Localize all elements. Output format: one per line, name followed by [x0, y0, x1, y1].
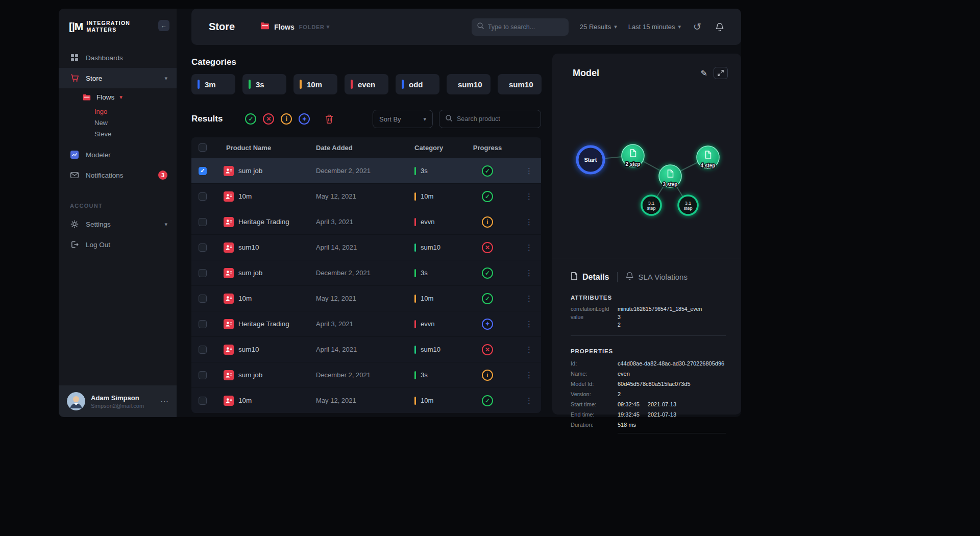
- attribute-label: [571, 322, 616, 328]
- row-checkbox[interactable]: [199, 167, 207, 175]
- row-menu-button[interactable]: [525, 192, 533, 201]
- sidebar-item-ingo[interactable]: Ingo: [59, 106, 177, 117]
- table-row[interactable]: sum jobDecember 2, 20213s✓: [191, 260, 541, 285]
- main-content: Categories 3m3s10mevenoddsum10sum10 Resu…: [191, 45, 541, 413]
- row-menu-button[interactable]: [525, 269, 533, 278]
- dashboards-grid-icon: [70, 54, 79, 61]
- category-chip[interactable]: 3s: [242, 74, 286, 94]
- row-menu-cell: [509, 371, 541, 380]
- category-chip[interactable]: 10m: [293, 74, 337, 94]
- sidebar-item-notifications[interactable]: Notifications 3: [59, 165, 177, 185]
- row-checkbox[interactable]: [199, 295, 207, 303]
- edit-pencil-icon[interactable]: [701, 68, 707, 78]
- sidebar-item-logout[interactable]: Log Out: [59, 234, 177, 255]
- time-range-dropdown[interactable]: Last 15 minutes: [628, 23, 681, 31]
- category-color-bar: [414, 167, 416, 175]
- table-row[interactable]: Heritage TradingApril 3, 2021evvni: [191, 209, 541, 234]
- svg-text:Start: Start: [584, 157, 597, 163]
- row-menu-button[interactable]: [525, 345, 533, 354]
- checkbox-cell: [191, 269, 214, 277]
- sidebar-collapse-button[interactable]: [158, 20, 169, 31]
- user-menu-button[interactable]: [160, 397, 168, 406]
- logo: [|M INTEGRATION MATTERS: [69, 20, 130, 33]
- row-checkbox[interactable]: [199, 243, 207, 252]
- category-chip[interactable]: sum10: [447, 74, 491, 94]
- category-chip[interactable]: even: [345, 74, 388, 94]
- model-node-3-step[interactable]: 3 step: [659, 165, 681, 187]
- brand-line2: MATTERS: [86, 27, 130, 33]
- row-checkbox[interactable]: [199, 269, 207, 277]
- row-menu-button[interactable]: [525, 243, 533, 252]
- date-added-cell: April 3, 2021: [316, 218, 414, 226]
- sidebar-item-store[interactable]: Store: [59, 68, 177, 88]
- model-node-4-step[interactable]: 4 step: [697, 146, 719, 168]
- row-menu-button[interactable]: [525, 371, 533, 380]
- row-checkbox[interactable]: [199, 320, 207, 328]
- global-search-input[interactable]: [488, 23, 570, 31]
- refresh-icon[interactable]: [693, 22, 701, 32]
- row-menu-button[interactable]: [525, 294, 533, 303]
- bell-icon[interactable]: [716, 22, 724, 32]
- category-color-bar: [351, 80, 353, 89]
- row-menu-cell: [509, 243, 541, 252]
- breadcrumb-flows: Flows: [274, 23, 295, 31]
- table-row[interactable]: sum jobDecember 2, 20213s✓: [191, 158, 541, 183]
- row-menu-button[interactable]: [525, 217, 533, 227]
- table-row[interactable]: sum10April 14, 2021sum10✕: [191, 234, 541, 260]
- select-all-checkbox[interactable]: [199, 143, 207, 152]
- sidebar-item-flows[interactable]: Flows: [59, 88, 177, 106]
- table-row[interactable]: 10mMay 12, 202110m✓: [191, 387, 541, 413]
- product-name-cell: 10m: [214, 191, 316, 202]
- category-chip[interactable]: 3m: [191, 74, 235, 94]
- row-checkbox[interactable]: [199, 218, 207, 226]
- product-icon: [224, 166, 234, 176]
- table-row[interactable]: sum10April 14, 2021sum10✕: [191, 336, 541, 362]
- table-row[interactable]: sum jobDecember 2, 20213si: [191, 362, 541, 387]
- table-row[interactable]: 10mMay 12, 202110m✓: [191, 285, 541, 311]
- property-row: Version:2: [571, 391, 726, 397]
- account-section-label: ACCOUNT: [70, 203, 177, 209]
- model-node-3-1-step-b[interactable]: 3.1 step: [678, 196, 698, 215]
- product-search-input[interactable]: [457, 115, 539, 123]
- category-chip[interactable]: sum10: [498, 74, 542, 94]
- category-chip[interactable]: odd: [396, 74, 439, 94]
- folder-dropdown[interactable]: FOLDER: [299, 23, 330, 30]
- sidebar-item-new[interactable]: New: [59, 117, 177, 128]
- filter-star-icon[interactable]: ✦: [299, 113, 310, 125]
- sidebar-item-settings[interactable]: Settings: [59, 214, 177, 234]
- filter-info-icon[interactable]: i: [281, 113, 292, 125]
- folder-icon: [82, 94, 91, 101]
- tab-details[interactable]: Details: [571, 272, 609, 282]
- row-menu-button[interactable]: [525, 396, 533, 405]
- model-node-2-step[interactable]: 2 step: [622, 144, 644, 167]
- table-row[interactable]: 10mMay 12, 202110m✓: [191, 183, 541, 209]
- brand-line1: INTEGRATION: [86, 20, 130, 27]
- date-added-cell: December 2, 2021: [316, 371, 414, 379]
- row-checkbox[interactable]: [199, 397, 207, 405]
- row-checkbox[interactable]: [199, 346, 207, 354]
- model-node-3-1-step-a[interactable]: 3.1 step: [642, 196, 661, 215]
- sort-by-dropdown[interactable]: Sort By: [373, 110, 433, 128]
- trash-icon[interactable]: [325, 114, 333, 124]
- properties-title: PROPERTIES: [571, 348, 726, 354]
- tab-sla-violations[interactable]: SLA Violations: [626, 272, 687, 282]
- expand-icon[interactable]: [714, 67, 728, 79]
- table-row[interactable]: Heritage TradingApril 3, 2021evvn✦: [191, 311, 541, 336]
- sidebar-item-label: New: [94, 119, 108, 127]
- details-tabs: Details SLA Violations: [571, 272, 726, 282]
- sidebar-item-dashboards[interactable]: Dashboards: [59, 47, 177, 68]
- model-node-start[interactable]: Start: [577, 147, 604, 173]
- sidebar-item-modeler[interactable]: Modeler: [59, 144, 177, 165]
- model-diagram-area: Start 2 step 3 step 4 step: [552, 79, 741, 258]
- row-checkbox[interactable]: [199, 192, 207, 201]
- sidebar-item-steve[interactable]: Steve: [59, 128, 177, 139]
- results-count-dropdown[interactable]: 25 Results: [580, 23, 617, 31]
- category-label: 3s: [421, 167, 428, 175]
- row-checkbox[interactable]: [199, 371, 207, 379]
- filter-success-icon[interactable]: ✓: [245, 113, 256, 125]
- row-menu-button[interactable]: [525, 320, 533, 329]
- row-menu-button[interactable]: [525, 166, 533, 176]
- product-icon: [224, 191, 234, 202]
- filter-error-icon[interactable]: ✕: [263, 113, 274, 125]
- row-menu-cell: [509, 269, 541, 278]
